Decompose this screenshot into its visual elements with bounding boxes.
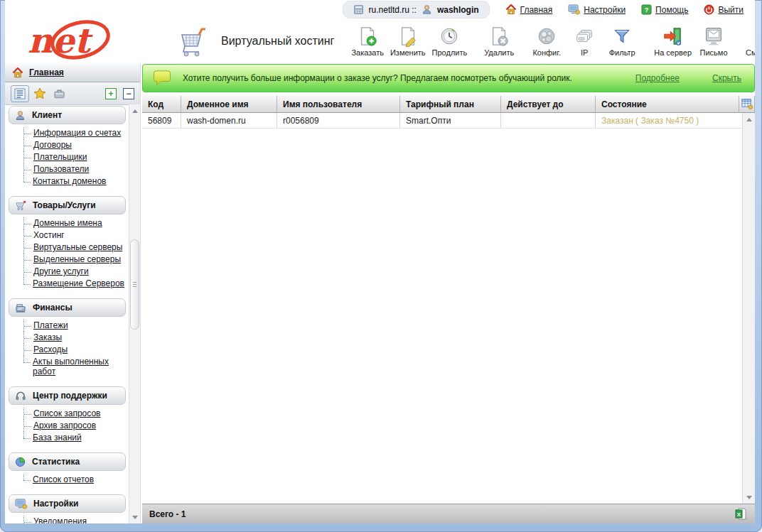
sidebar-item-virtual-servers[interactable]: Виртуальные серверы xyxy=(23,241,129,254)
table-row[interactable]: 56809 wash-domen.ru r0056809 Smart.Опти … xyxy=(142,113,743,129)
edit-button[interactable]: Изменить xyxy=(390,26,426,57)
sidebar-scrollbar[interactable] xyxy=(129,104,140,523)
app-content: ru.netltd.ru :: washlogin Главная Настро… xyxy=(5,0,755,523)
sidebar-item-users[interactable]: Пользователи xyxy=(23,163,129,175)
expand-all-button[interactable]: + xyxy=(105,88,117,99)
sidebar-item-knowledge-base[interactable]: База знаний xyxy=(23,432,129,444)
briefcase-button[interactable] xyxy=(50,86,68,102)
col-domain[interactable]: Доменное имя xyxy=(181,96,277,113)
menu-view-button[interactable] xyxy=(11,85,29,102)
sidebar-item-request-list[interactable]: Список запросов xyxy=(23,408,129,420)
sidebar-scroll-thumb[interactable] xyxy=(130,239,139,330)
app-window: ru.netltd.ru :: washlogin Главная Настро… xyxy=(0,0,762,532)
sidebar-item-contracts[interactable]: Договоры xyxy=(23,139,129,151)
section-products: Товары/Услуги Доменные имена Хостинг Вир… xyxy=(5,196,129,290)
export-excel-button[interactable]: X xyxy=(735,508,746,520)
sidebar-item-other-services[interactable]: Другие услуги xyxy=(23,266,129,278)
col-code[interactable]: Код xyxy=(142,96,181,113)
cell-code: 56809 xyxy=(142,113,181,129)
sidebar-scroll-down[interactable] xyxy=(129,512,140,522)
column-settings-icon[interactable] xyxy=(741,99,753,109)
config-button[interactable]: Конфиг. xyxy=(531,26,562,57)
filter-button[interactable]: Фильтр xyxy=(606,26,638,57)
client-icon xyxy=(15,110,26,121)
sidebar-item-payers[interactable]: Плательщики xyxy=(23,151,129,163)
sidebar-sections: Клиент Информация о счетах Договоры Плат… xyxy=(5,104,129,523)
sidebar-item-orders[interactable]: Заказы xyxy=(23,332,129,344)
sidebar-toolbar: + − xyxy=(5,82,140,105)
svg-text:X: X xyxy=(737,511,741,518)
sidebar-scroll-up[interactable] xyxy=(129,106,140,116)
table-header: Код Доменное имя Имя пользователя Тарифн… xyxy=(142,96,755,113)
section-finance: Финансы Платежи Заказы Расходы Акты выпо… xyxy=(5,298,129,378)
power-icon xyxy=(704,4,714,15)
toplink-help[interactable]: ? Помощь xyxy=(641,4,688,15)
grid-scrollbar[interactable] xyxy=(742,113,755,504)
order-icon xyxy=(357,26,378,47)
toplink-logout[interactable]: Выйти xyxy=(704,4,744,15)
config-sphere-icon xyxy=(536,26,557,47)
notice-more-link[interactable]: Подробнее xyxy=(635,73,680,83)
sidebar-item-notifications[interactable]: Уведомления xyxy=(23,516,129,523)
sidebar-item-dedicated-servers[interactable]: Выделенные серверы xyxy=(23,254,129,266)
sidebar-item-hosting[interactable]: Хостинг xyxy=(23,229,129,241)
renew-button[interactable]: Продлить xyxy=(432,26,468,57)
topbar: ru.netltd.ru :: washlogin Главная Настро… xyxy=(5,0,755,19)
section-support-header[interactable]: Центр поддержки xyxy=(9,386,126,405)
section-settings-header[interactable]: Настройки xyxy=(9,494,126,513)
list-icon xyxy=(14,88,26,99)
cart-icon xyxy=(15,200,26,211)
cell-valid-until xyxy=(501,113,596,129)
notice-message: Хотите получить больше информации о зака… xyxy=(183,73,572,83)
sidebar-item-payments[interactable]: Платежи xyxy=(23,320,129,332)
col-plan[interactable]: Тарифный план xyxy=(400,96,501,113)
col-username[interactable]: Имя пользователя xyxy=(277,96,400,113)
section-statistics-header[interactable]: Статистика xyxy=(9,452,126,471)
sidebar-item-account-info[interactable]: Информация о счетах xyxy=(23,127,129,139)
account-info: ru.netltd.ru :: washlogin xyxy=(343,1,490,18)
sidebar-item-domain-names[interactable]: Доменные имена xyxy=(23,217,129,229)
notice-hide-link[interactable]: Скрыть xyxy=(712,73,741,83)
section-products-header[interactable]: Товары/Услуги xyxy=(9,196,126,215)
net-logo: net xyxy=(25,20,139,63)
cell-username: r0056809 xyxy=(277,113,400,129)
cell-domain: wash-domen.ru xyxy=(181,113,277,129)
order-button[interactable]: Заказать xyxy=(351,26,384,57)
change-password-button[interactable]: Сменить пароль xyxy=(746,26,755,57)
grid-scroll-up[interactable] xyxy=(743,114,755,124)
ip-button[interactable]: IP xyxy=(569,26,600,57)
section-finance-header[interactable]: Финансы xyxy=(9,298,126,317)
expand-collapse-group: + − xyxy=(105,88,134,99)
sidebar-item-work-acts[interactable]: Акты выполненных работ xyxy=(23,356,129,378)
letter-button[interactable]: Письмо xyxy=(698,26,729,57)
col-state[interactable]: Состояние xyxy=(596,96,739,113)
section-client-header[interactable]: Клиент xyxy=(9,106,126,124)
toplink-home[interactable]: Главная xyxy=(505,4,553,15)
briefcase-icon xyxy=(53,88,65,99)
svg-text:?: ? xyxy=(645,6,649,13)
toplink-settings[interactable]: Настройки xyxy=(568,4,626,15)
cell-state: Заказан ( Заказ №4750 ) xyxy=(596,113,743,129)
status-bar: Всего - 1 X xyxy=(142,504,755,523)
sidebar-item-request-archive[interactable]: Архив запросов xyxy=(23,420,129,432)
host-label: ru.netltd.ru :: xyxy=(369,5,417,15)
delete-button[interactable]: Удалить xyxy=(483,26,515,57)
col-valid-until[interactable]: Действует до xyxy=(501,96,596,113)
favorites-button[interactable] xyxy=(31,86,48,102)
section-client: Клиент Информация о счетах Договоры Плат… xyxy=(5,106,129,188)
main-panel: Хотите получить больше информации о зака… xyxy=(142,63,755,523)
sidebar-home-link[interactable]: Главная xyxy=(29,67,64,77)
sidebar-item-domain-contacts[interactable]: Контакты доменов xyxy=(23,175,129,188)
panel-icon xyxy=(353,4,364,15)
home-icon xyxy=(12,67,23,78)
monitor-gear-icon xyxy=(568,4,580,15)
sidebar-item-colocation[interactable]: Размещение Серверов xyxy=(23,278,129,290)
to-server-button[interactable]: На сервер xyxy=(654,26,692,57)
section-support: Центр поддержки Список запросов Архив за… xyxy=(5,386,129,444)
grid-scroll-down[interactable] xyxy=(743,492,755,502)
monitor-gear-icon xyxy=(15,499,27,509)
sidebar-home: Главная xyxy=(5,63,140,82)
sidebar-item-expenses[interactable]: Расходы xyxy=(23,344,129,356)
sidebar-item-report-list[interactable]: Список отчетов xyxy=(23,474,129,486)
collapse-all-button[interactable]: − xyxy=(123,88,134,99)
